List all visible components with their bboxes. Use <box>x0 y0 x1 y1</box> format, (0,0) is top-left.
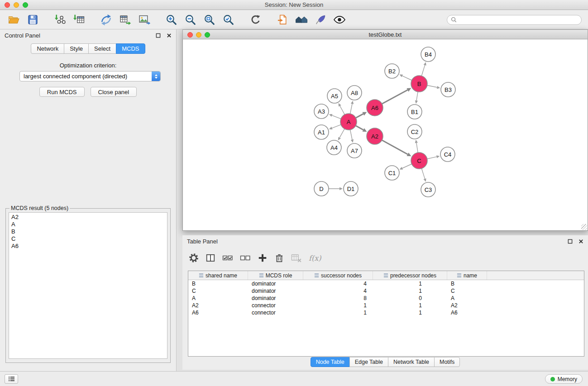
column-type-icon <box>383 273 388 278</box>
apply-style-button[interactable] <box>312 13 329 27</box>
edge-arrow-icon <box>436 155 440 158</box>
open-session-button[interactable] <box>5 13 22 27</box>
network-node[interactable]: A8 <box>347 86 362 100</box>
table-row[interactable]: A6connector11A6 <box>188 309 584 316</box>
tab-network[interactable]: Network <box>31 43 64 54</box>
column-header-predecessor-nodes[interactable]: predecessor nodes <box>373 271 447 280</box>
column-label: MCDS role <box>266 272 292 279</box>
network-node[interactable]: B4 <box>421 47 435 62</box>
table-settings-button[interactable] <box>189 253 199 263</box>
cell-predecessor_nodes: 1 <box>373 280 447 287</box>
network-node[interactable]: D1 <box>344 181 358 196</box>
open-session-file-button[interactable] <box>274 13 291 27</box>
network-node[interactable]: A3 <box>314 104 329 119</box>
column-header-mcds-role[interactable]: MCDS role <box>248 271 303 280</box>
network-node[interactable]: C2 <box>407 124 422 139</box>
float-table-panel-button[interactable] <box>567 238 573 244</box>
cell-mcds_role: connector <box>248 309 303 316</box>
memory-label: Memory <box>558 376 577 382</box>
edge-arrow-icon <box>351 139 354 143</box>
import-table-button[interactable] <box>71 13 87 27</box>
mcds-result-title: MCDS result (5 nodes) <box>10 205 70 211</box>
task-history-button[interactable] <box>5 374 18 384</box>
tab-select[interactable]: Select <box>88 43 116 54</box>
import-network-button[interactable] <box>52 13 68 27</box>
search-input[interactable] <box>459 16 578 23</box>
network-canvas[interactable]: B4B2BB3A5A8A6A3B1AA1C2A2A4A7C4CC1C3DD1 <box>183 39 588 230</box>
network-node[interactable]: C3 <box>421 182 435 197</box>
select-all-columns-button[interactable] <box>222 253 233 263</box>
optimization-criterion-select[interactable]: largest connected component (directed) <box>19 71 161 81</box>
cell-mcds_role: dominator <box>248 295 303 302</box>
tab-mcds[interactable]: MCDS <box>116 43 145 54</box>
node-table: shared name MCDS role successor nodes pr… <box>188 271 584 357</box>
network-node[interactable]: B3 <box>441 82 455 97</box>
zoom-in-button[interactable] <box>163 13 179 27</box>
network-node[interactable]: B <box>411 76 427 92</box>
network-node[interactable]: D <box>314 181 329 196</box>
export-network-button[interactable] <box>98 13 114 27</box>
network-node[interactable]: B2 <box>385 64 399 78</box>
tab-network-table[interactable]: Network Table <box>388 357 435 367</box>
network-node[interactable]: A1 <box>314 125 329 139</box>
save-session-button[interactable] <box>24 13 41 27</box>
memory-button[interactable]: Memory <box>545 374 583 384</box>
export-network-icon <box>100 14 112 26</box>
zoom-fit-button[interactable] <box>201 13 217 27</box>
network-node[interactable]: C4 <box>440 147 455 162</box>
table-row[interactable]: Adominator80A <box>188 295 584 302</box>
table-row[interactable]: Bdominator41B <box>188 280 584 287</box>
network-node[interactable]: A6 <box>367 100 383 116</box>
column-header-successor-nodes[interactable]: successor nodes <box>303 271 373 280</box>
network-node[interactable]: B1 <box>407 105 422 119</box>
table-row[interactable]: A2connector11A2 <box>188 302 584 309</box>
window-resize-grip[interactable] <box>581 224 587 230</box>
home-button[interactable] <box>293 13 310 27</box>
cell-shared_name: C <box>188 287 248 295</box>
cell-shared_name: A2 <box>188 302 248 309</box>
close-panel-button[interactable]: Close panel <box>91 87 137 97</box>
export-table-button[interactable] <box>117 13 133 27</box>
cell-successor_nodes: 8 <box>303 295 373 302</box>
network-window-titlebar[interactable]: testGlobe.txt <box>182 29 588 39</box>
run-mcds-button[interactable]: Run MCDS <box>39 87 85 97</box>
deselect-all-columns-button[interactable] <box>240 253 251 263</box>
column-type-icon <box>259 273 264 278</box>
main-toolbar <box>0 10 588 29</box>
network-node[interactable]: A2 <box>367 128 383 144</box>
level-of-detail-button[interactable] <box>331 13 348 27</box>
delete-table-button[interactable] <box>291 253 302 263</box>
network-node[interactable]: A <box>340 114 357 130</box>
network-node[interactable]: A5 <box>327 89 342 103</box>
refresh-view-button[interactable] <box>247 13 263 27</box>
zoom-out-button[interactable] <box>182 13 198 27</box>
tab-motifs[interactable]: Motifs <box>434 357 460 367</box>
table-row[interactable]: Cdominator41C <box>188 287 584 295</box>
export-image-button[interactable] <box>136 13 152 27</box>
network-node[interactable]: A7 <box>347 143 362 158</box>
create-column-button[interactable] <box>258 253 268 263</box>
tab-style[interactable]: Style <box>64 43 89 54</box>
tab-edge-table[interactable]: Edge Table <box>349 357 388 367</box>
network-node[interactable]: C1 <box>385 166 399 180</box>
show-columns-button[interactable] <box>206 253 215 263</box>
cell-name: A2 <box>447 302 487 309</box>
dropdown-stepper-icon <box>152 71 160 81</box>
svg-text:A5: A5 <box>331 93 338 100</box>
function-builder-button[interactable]: f(x) <box>309 254 321 262</box>
export-image-icon <box>138 14 150 26</box>
svg-text:A7: A7 <box>351 148 358 154</box>
close-control-panel-button[interactable] <box>166 33 172 38</box>
float-panel-button[interactable] <box>155 33 161 38</box>
close-table-panel-button[interactable] <box>578 238 584 244</box>
network-node[interactable]: C <box>411 152 427 169</box>
folder-open-icon <box>8 14 20 26</box>
function-icon: f(x) <box>309 254 321 262</box>
delete-column-button[interactable] <box>274 253 284 263</box>
column-header-name[interactable]: name <box>447 271 487 280</box>
column-header-shared-name[interactable]: shared name <box>188 271 248 280</box>
tab-node-table[interactable]: Node Table <box>311 357 350 367</box>
network-node[interactable]: A4 <box>327 140 341 155</box>
close-icon <box>578 239 583 244</box>
zoom-selected-button[interactable] <box>220 13 236 27</box>
